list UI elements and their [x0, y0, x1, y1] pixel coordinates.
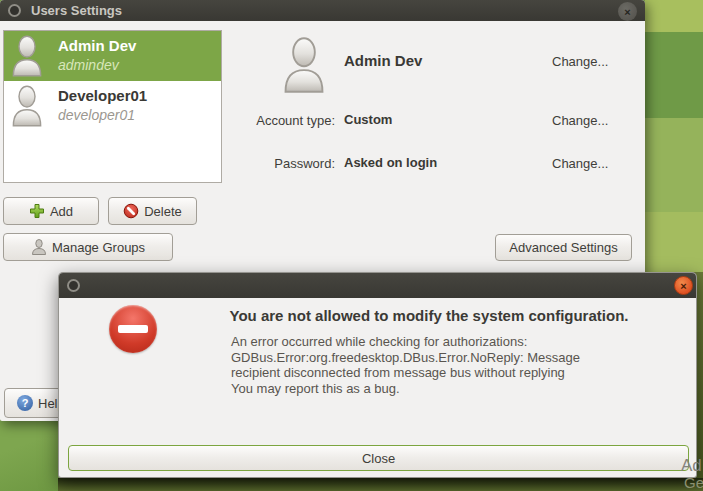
dialog-close-button[interactable]: Close [68, 445, 689, 471]
error-heading: You are not allowed to modify the system… [174, 306, 684, 325]
error-message: An error occurred while checking for aut… [231, 334, 580, 396]
window-titlebar: Users Settings × [0, 0, 645, 21]
delete-icon [123, 203, 139, 219]
profile-avatar-icon [282, 37, 326, 93]
wallpaper-tile [645, 212, 703, 272]
plus-icon [29, 203, 45, 219]
wallpaper-tile [58, 478, 703, 491]
group-icon [31, 239, 47, 255]
close-window-button[interactable]: × [618, 2, 637, 21]
error-message-line: GDBus.Error:org.freedesktop.DBus.Error.N… [231, 350, 580, 366]
add-button-label: Add [50, 204, 73, 219]
change-name-button[interactable]: Change... [552, 54, 608, 69]
dialog-titlebar: × [59, 273, 696, 298]
account-type-label: Account type: [225, 113, 335, 128]
user-full-name: Developer01 [58, 86, 147, 106]
user-login-name: admindev [58, 56, 119, 74]
desktop: Users Settings × Admin Dev admindev D [0, 0, 703, 491]
user-login-name: developer01 [58, 106, 135, 124]
manage-groups-button[interactable]: Manage Groups [3, 233, 173, 261]
error-message-line: You may report this as a bug. [231, 381, 580, 397]
user-list-item[interactable]: Admin Dev admindev [4, 31, 221, 81]
background-artifact-text: Ad [681, 456, 702, 476]
close-icon: × [624, 6, 630, 18]
user-list: Admin Dev admindev Developer01 developer… [3, 30, 222, 183]
user-full-name: Admin Dev [58, 36, 136, 56]
account-type-value: Custom [344, 112, 392, 127]
password-label: Password: [225, 156, 335, 171]
profile-name: Admin Dev [344, 52, 422, 69]
add-user-button[interactable]: Add [3, 197, 99, 225]
close-dialog-button[interactable]: × [674, 276, 693, 295]
window-menu-icon[interactable] [67, 279, 80, 292]
error-message-line: An error occurred while checking for aut… [231, 334, 580, 350]
user-avatar-icon [11, 35, 43, 77]
wallpaper-tile [0, 421, 58, 491]
error-message-line: recipient disconnected from message bus … [231, 365, 580, 381]
change-account-type-button[interactable]: Change... [552, 113, 608, 128]
delete-user-button[interactable]: Delete [108, 197, 197, 225]
error-dialog: × You are not allowed to modify the syst… [58, 272, 697, 478]
change-password-button[interactable]: Change... [552, 156, 608, 171]
window-menu-icon[interactable] [8, 4, 21, 17]
no-entry-error-icon [109, 305, 157, 353]
dialog-close-button-label: Close [362, 451, 395, 466]
user-list-item[interactable]: Developer01 developer01 [4, 81, 221, 131]
wallpaper-tile [645, 118, 703, 212]
window-title: Users Settings [31, 3, 122, 18]
advanced-settings-label: Advanced Settings [509, 240, 617, 255]
password-value: Asked on login [344, 155, 437, 170]
manage-groups-label: Manage Groups [52, 240, 145, 255]
background-artifact-text: Ge [684, 474, 703, 491]
delete-button-label: Delete [144, 204, 182, 219]
close-icon: × [680, 280, 686, 292]
help-icon: ? [17, 395, 33, 411]
wallpaper-tile [645, 0, 703, 32]
wallpaper-tile [645, 32, 703, 118]
user-avatar-icon [11, 85, 43, 127]
advanced-settings-button[interactable]: Advanced Settings [495, 234, 632, 261]
